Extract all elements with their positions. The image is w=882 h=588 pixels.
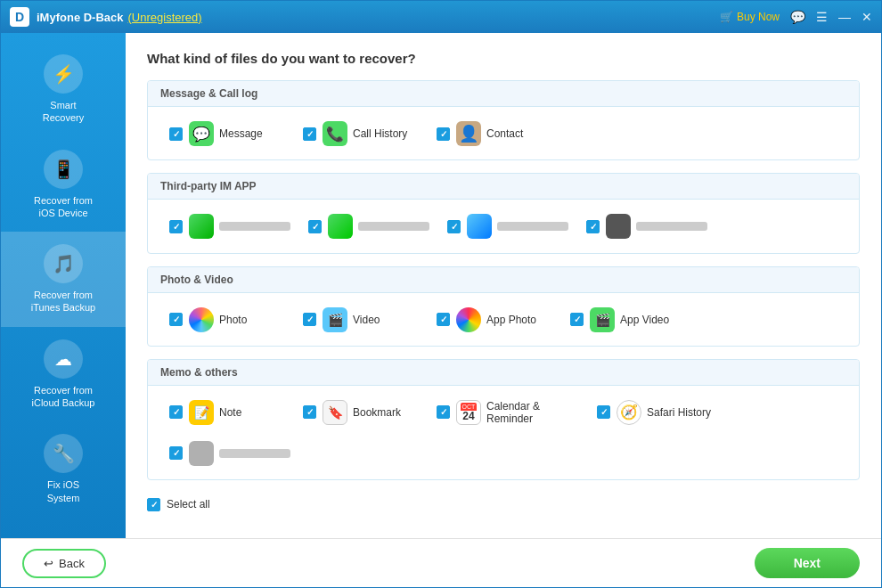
checkbox-bookmark[interactable] [303,405,316,419]
window-controls: 🛒 Buy Now 💬 ☰ — ✕ [720,10,872,24]
section-message-calllog: Message & Call log 💬 Message 📞 Call Hist… [147,80,860,160]
section-header-memo: Memo & others [148,360,859,386]
im2-icon [328,214,353,239]
im3-icon [467,214,492,239]
sidebar-item-fix-ios[interactable]: 🔧 Fix iOSSystem [1,421,126,517]
close-button[interactable]: ✕ [862,10,872,24]
app-name: iMyfone D-Back [37,11,124,24]
section-header-photo: Photo & Video [148,267,859,293]
minimize-button[interactable]: — [838,10,851,24]
checkbox-safari[interactable] [597,405,610,419]
app-video-label: App Video [620,314,669,326]
sidebar: ⚡ SmartRecovery 📱 Recover fromiOS Device… [1,33,126,538]
sidebar-label-smart-recovery: SmartRecovery [43,99,84,125]
photo-icon [189,307,214,332]
message-label: Message [219,127,263,140]
app-window: D iMyfone D-Back (Unregistered) 🛒 Buy No… [0,0,882,588]
wrench-icon: 🔧 [44,434,83,473]
im4-label-blurred [636,222,707,231]
section-header-third-party: Third-party IM APP [148,174,859,200]
checkbox-photo[interactable] [169,313,183,326]
sidebar-item-smart-recovery[interactable]: ⚡ SmartRecovery [1,42,126,137]
other-icon [189,441,214,466]
sidebar-label-recover-icloud: Recover fromiCloud Backup [32,384,95,410]
checkbox-calendar[interactable] [437,405,450,419]
phone-icon: 📱 [44,150,83,189]
section-content-third-party [148,200,859,253]
select-all-label: Select all [167,498,210,510]
checkbox-app-video[interactable] [570,313,584,326]
check-item-call-history[interactable]: 📞 Call History [294,116,428,151]
app-video-icon: 🎬 [590,307,615,332]
select-all-row[interactable]: Select all [147,498,860,511]
check-item-calendar[interactable]: OCT 24 Calendar &Reminder [428,395,588,430]
sidebar-label-recover-itunes: Recover fromiTunes Backup [31,289,95,314]
buy-now-button[interactable]: 🛒 Buy Now [720,11,780,23]
video-icon: 🎬 [323,307,347,332]
sidebar-item-recover-itunes[interactable]: 🎵 Recover fromiTunes Backup [1,232,126,327]
sidebar-item-recover-icloud[interactable]: ☁ Recover fromiCloud Backup [1,327,126,422]
check-item-safari-history[interactable]: 🧭 Safari History [588,395,722,430]
safari-history-label: Safari History [647,406,711,419]
checkbox-message[interactable] [169,127,183,141]
checkbox-note[interactable] [169,405,183,419]
section-third-party: Third-party IM APP [147,173,860,253]
check-item-note[interactable]: 📝 Note [160,395,294,430]
back-button[interactable]: ↩ Back [22,549,106,578]
checkbox-contact[interactable] [437,127,450,141]
music-icon: 🎵 [44,244,83,283]
im4-icon [606,214,631,239]
check-item-app-photo[interactable]: App Photo [428,302,561,338]
check-item-other[interactable] [160,436,299,471]
page-title: What kind of files do you want to recove… [147,51,860,66]
sidebar-label-recover-ios: Recover fromiOS Device [34,194,93,220]
unregistered-link[interactable]: (Unregistered) [128,11,202,24]
sidebar-item-recover-ios[interactable]: 📱 Recover fromiOS Device [1,137,126,233]
chat-icon[interactable]: 💬 [790,10,805,24]
app-photo-icon [456,307,481,332]
check-item-im3[interactable] [438,208,577,244]
section-content-message: 💬 Message 📞 Call History 👤 Contact [148,107,859,160]
safari-icon: 🧭 [617,400,641,425]
im1-icon [189,214,214,239]
check-item-message[interactable]: 💬 Message [160,116,294,151]
checkbox-other[interactable] [169,446,183,460]
photo-label: Photo [219,314,247,326]
title-bar: D iMyfone D-Back (Unregistered) 🛒 Buy No… [1,1,881,33]
checkbox-im1[interactable] [169,220,183,233]
footer: ↩ Back Next [1,538,881,587]
checkbox-im4[interactable] [586,220,600,233]
check-item-im2[interactable] [299,208,438,244]
menu-icon[interactable]: ☰ [816,10,828,24]
note-icon: 📝 [189,400,214,425]
checkbox-video[interactable] [303,313,316,326]
check-item-photo[interactable]: Photo [160,302,294,338]
call-icon: 📞 [323,121,347,146]
check-item-bookmark[interactable]: 🔖 Bookmark [294,395,428,430]
call-history-label: Call History [353,127,407,140]
bookmark-label: Bookmark [353,406,401,419]
calendar-icon: OCT 24 [456,400,481,425]
checkbox-call[interactable] [303,127,316,141]
section-content-memo: 📝 Note 🔖 Bookmark OCT 24 [148,386,859,480]
contact-icon: 👤 [456,121,481,146]
check-item-im1[interactable] [160,208,299,244]
section-memo-others: Memo & others 📝 Note 🔖 Bookmark [147,359,860,480]
calendar-label: Calendar &Reminder [486,400,540,425]
message-icon: 💬 [189,121,214,146]
check-item-contact[interactable]: 👤 Contact [428,116,561,151]
video-label: Video [353,314,380,326]
check-item-im4[interactable] [577,208,716,244]
check-item-app-video[interactable]: 🎬 App Video [561,302,695,338]
checkbox-im3[interactable] [447,220,461,233]
back-arrow-icon: ↩ [44,557,53,570]
section-content-photo: Photo 🎬 Video App Photo 🎬 [148,293,859,347]
cart-icon: 🛒 [720,11,733,23]
checkbox-select-all[interactable] [147,498,160,511]
checkbox-app-photo[interactable] [437,313,450,326]
bookmark-icon: 🔖 [323,400,347,425]
checkbox-im2[interactable] [308,220,322,233]
check-item-video[interactable]: 🎬 Video [294,302,428,338]
app-photo-label: App Photo [486,314,536,326]
next-button[interactable]: Next [755,548,860,578]
